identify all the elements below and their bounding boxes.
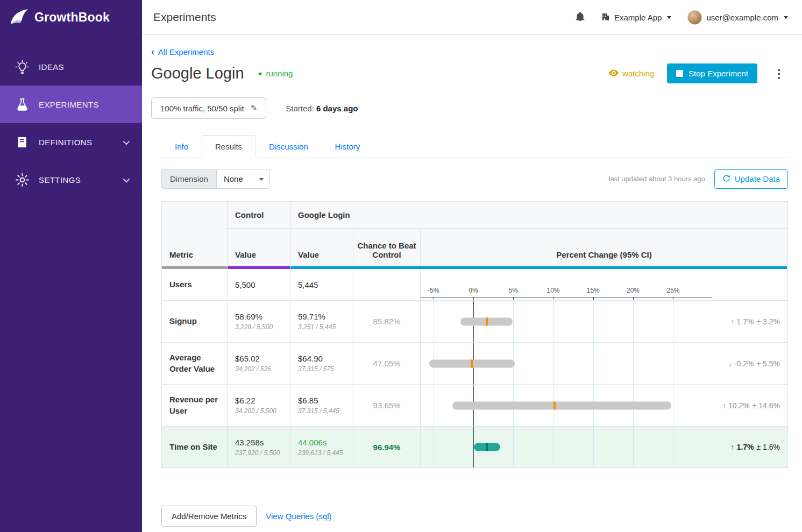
percent-change-cell: ↓ -0.2% ± 5.5% [421,343,787,385]
axis-tick-mark [593,297,594,300]
sidebar-nav: IDEAS EXPERIMENTS [0,48,142,198]
gridline [593,343,594,384]
breadcrumb-label: All Experiments [158,47,214,56]
refresh-icon [722,174,730,184]
ci-plot [421,301,712,342]
started-value: 6 days ago [316,104,358,113]
expected-value-marker [486,317,488,325]
axis-tick-mark [434,297,434,300]
variation-value-header: Value [290,229,353,266]
sidebar-item-settings[interactable]: SETTINGS [0,161,142,198]
started-label: Started: [286,104,314,113]
traffic-split-button[interactable]: 100% traffic, 50/50 split ✎ [151,97,266,119]
gridline [633,301,634,342]
bell-icon[interactable] [575,11,585,23]
chevron-left-icon: ‹ [151,47,154,56]
variation-header: Google Login [290,202,787,229]
percent-change-value: ↑ 10.2% ± 14.6% [712,385,787,426]
axis-baseline [421,297,712,297]
user-menu[interactable]: user@example.com [687,10,788,25]
axis-tick-label: 0% [469,287,478,294]
metric-name: Revenue per User [162,385,228,427]
dimension-select[interactable]: None [216,169,270,189]
stop-button-label: Stop Experiment [689,69,748,78]
axis-tick-label: -5% [428,287,439,294]
status-badge: ● running [258,69,293,78]
metric-name: Time on Site [162,427,228,467]
chance-cell: 85.82% [353,301,421,343]
percent-change-cell: ↑ 1.7% ± 3.2% [421,301,787,343]
percent-change-cell: ↑ 10.2% ± 14.6% [421,385,787,427]
kebab-menu-icon[interactable]: ⋮ [770,67,788,80]
chance-cell: 93.65% [353,385,421,427]
tab-results[interactable]: Results [202,135,255,158]
gridline [513,301,514,342]
content: ‹ All Experiments Google Login ● running [142,35,802,532]
gear-icon [14,172,30,188]
percent-change-value: ↑ 1.7% ± 1.6% [712,427,787,467]
axis-tick-mark [513,297,514,300]
sidebar-item-experiments[interactable]: EXPERIMENTS [0,86,142,123]
view-queries-link[interactable]: View Queries (sql) [266,512,331,521]
dimension-selected-value: None [224,174,243,183]
sidebar-item-ideas[interactable]: IDEAS [0,48,142,86]
change-spacer [712,269,787,300]
tab-history[interactable]: History [322,135,374,158]
sidebar-item-definitions[interactable]: DEFINITIONS [0,123,142,161]
axis-tick-label: 5% [509,287,518,294]
expected-value-marker [553,401,556,409]
watching-label: watching [622,69,654,78]
axis-tick-mark [553,297,553,300]
gridline [513,427,514,467]
metric-name: Average Order Value [162,343,228,385]
control-header: Control [228,202,290,229]
variation-value-cell: 5,445 [290,269,353,301]
stop-icon [676,70,683,77]
control-value-cell: $6.22 34,202 / 5,500 [228,385,290,427]
title-row: Google Login ● running watching [151,63,788,83]
title-actions: watching Stop Experiment ⋮ [609,63,788,83]
metric-column-header: Metric [162,202,228,266]
metric-name: Signup [162,301,228,343]
control-value-header: Value [228,229,290,266]
variation-value-cell: $6.85 37,315 / 5,445 [290,385,353,427]
chance-header: Chance to Beat Control [353,229,421,266]
axis-tick-label: 25% [666,287,679,294]
dimension-label: Dimension [161,169,216,189]
growthbook-logo-icon [10,8,29,27]
sidebar-item-label: IDEAS [39,62,64,72]
gridline [633,427,634,467]
results-table: Metric Control Google Login Value Value … [161,201,788,468]
user-email: user@example.com [706,13,778,22]
status-label: running [266,69,293,78]
axis-tick-label: 10% [547,287,559,294]
axis-tick-label: 15% [587,287,600,294]
percent-change-header: Percent Change (95% CI) [421,229,787,266]
control-value-cell: 58.69% 3,228 / 5,500 [228,301,290,343]
org-dropdown[interactable]: Example App [601,12,671,23]
growthbook-logo[interactable]: GrowthBook [0,0,142,35]
chance-cell: 47.05% [353,343,421,385]
caret-down-icon [667,16,671,19]
tab-info[interactable]: Info [161,135,202,158]
add-remove-metrics-button[interactable]: Add/Remove Metrics [161,506,257,527]
stop-experiment-button[interactable]: Stop Experiment [667,63,757,83]
watching-toggle[interactable]: watching [609,69,654,78]
avatar [687,10,702,25]
chance-cell [353,269,421,301]
update-data-button[interactable]: Update Data [714,169,788,189]
breadcrumb[interactable]: ‹ All Experiments [151,47,214,56]
gridline [673,427,673,467]
gridline [633,343,634,384]
sidebar-item-label: DEFINITIONS [39,138,92,147]
tab-discussion[interactable]: Discussion [255,135,322,158]
gridline [673,343,673,384]
started-info: Started: 6 days ago [286,104,358,113]
gridline [673,301,673,342]
experiment-title: Google Login [151,65,244,82]
results-panel: Dimension None last updated about 3 hour… [161,158,788,527]
building-icon [601,12,610,23]
sidebar: GrowthBook IDEAS [0,0,142,532]
expected-value-marker [486,443,488,451]
variation-value-cell: $64.90 37,315 / 575 [290,343,353,385]
